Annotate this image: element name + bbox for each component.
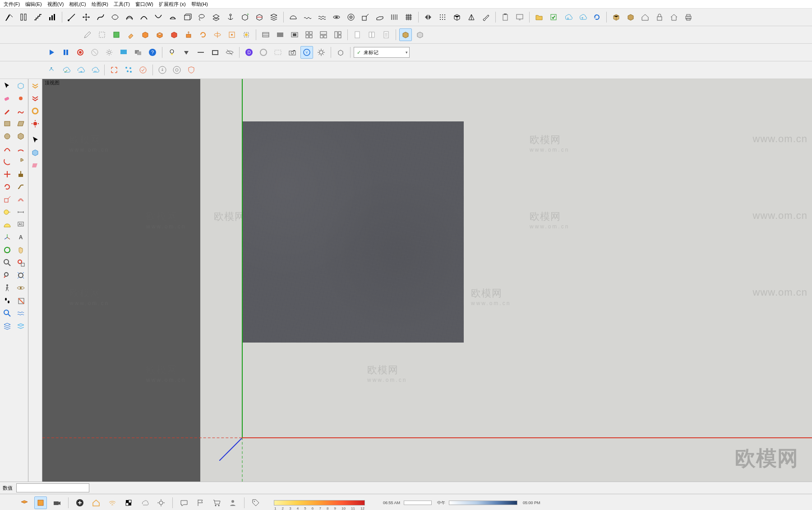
clipboard-icon[interactable] — [499, 11, 512, 23]
package-icon[interactable] — [610, 11, 623, 23]
arc3-red-icon[interactable] — [1, 156, 14, 167]
cloud-down-icon[interactable] — [562, 11, 574, 23]
waves-blue-icon[interactable] — [14, 307, 27, 319]
measurements-input[interactable] — [16, 483, 89, 492]
package2-icon[interactable] — [624, 11, 637, 23]
pan-hand-icon[interactable] — [14, 244, 27, 256]
record-icon[interactable] — [74, 46, 87, 59]
menu-tools[interactable]: 工具(T) — [113, 0, 131, 8]
stairs-icon[interactable] — [32, 11, 44, 23]
arrow-cursor-icon[interactable] — [29, 134, 42, 146]
target-icon[interactable] — [345, 11, 357, 23]
pie-icon[interactable] — [14, 156, 27, 167]
cube-small-icon[interactable] — [334, 46, 347, 59]
column-icon[interactable] — [17, 11, 30, 23]
tray-user-icon[interactable] — [226, 496, 239, 509]
pushpull-brown-icon[interactable] — [14, 168, 27, 180]
sync-y-icon[interactable]: Y — [300, 46, 313, 59]
select-arrow-icon[interactable] — [1, 80, 14, 92]
zoom-prev-icon[interactable] — [1, 269, 14, 281]
film1-icon[interactable] — [259, 28, 272, 41]
dome-icon[interactable] — [287, 11, 300, 23]
axes-icon[interactable] — [1, 232, 14, 243]
arc-red-icon[interactable] — [1, 143, 14, 155]
bars-icon[interactable] — [46, 11, 59, 23]
dim-tool-icon[interactable] — [14, 206, 27, 218]
cloud-arrow-icon[interactable] — [74, 64, 87, 76]
rect-outline-icon[interactable] — [209, 46, 221, 59]
scatter-icon[interactable] — [122, 64, 135, 76]
time-slider[interactable] — [404, 501, 432, 505]
zoom-box-icon[interactable] — [14, 257, 27, 269]
d5-icon[interactable]: D — [243, 46, 255, 59]
frame-green-icon[interactable] — [110, 28, 123, 41]
tray-camera-icon[interactable] — [51, 496, 63, 509]
tape-icon[interactable] — [1, 206, 14, 218]
grid-mesh-icon[interactable] — [402, 11, 415, 23]
gear-small-icon[interactable] — [103, 46, 115, 59]
page-icon[interactable] — [351, 28, 364, 41]
viewport[interactable]: 顶视图 欧模网www.om.cn 欧模网www.om.cn 欧模网www.om.… — [42, 79, 812, 482]
slab-icon[interactable] — [374, 11, 386, 23]
wave-icon[interactable] — [301, 11, 314, 23]
stop-disable-icon[interactable] — [88, 46, 101, 59]
cube-cut-icon[interactable] — [253, 11, 266, 23]
chevrons-down-icon[interactable] — [29, 80, 42, 92]
curve-ribbon-icon[interactable] — [123, 11, 136, 23]
box-open-icon[interactable] — [153, 28, 166, 41]
monitor-icon[interactable] — [513, 11, 526, 23]
wave-double-icon[interactable] — [316, 11, 328, 23]
tray-layers-icon[interactable] — [18, 496, 31, 509]
tag-dropdown[interactable]: ✓ 未标记 — [354, 47, 410, 58]
refresh-blue-icon[interactable] — [591, 11, 603, 23]
gear-outline-icon[interactable] — [315, 46, 328, 59]
screen-icon[interactable] — [117, 46, 130, 59]
download-circle-icon[interactable] — [156, 64, 169, 76]
menu-camera[interactable]: 相机(C) — [68, 0, 87, 8]
3dtext-icon[interactable]: A — [14, 232, 27, 243]
arc-small-icon[interactable] — [166, 11, 179, 23]
picture-dash-icon[interactable] — [272, 46, 284, 59]
orbit-green-icon[interactable] — [1, 244, 14, 256]
search-blue-icon[interactable] — [1, 307, 14, 319]
disc-icon[interactable] — [330, 11, 343, 23]
walk-icon[interactable] — [1, 282, 14, 294]
menu-view[interactable]: 视图(V) — [46, 0, 65, 8]
menu-help[interactable]: 帮助(H) — [190, 0, 209, 8]
save-mark-icon[interactable] — [547, 11, 560, 23]
cloud-check-icon[interactable] — [60, 64, 72, 76]
time-slider-2[interactable] — [449, 501, 517, 505]
pink-shape-icon[interactable] — [29, 159, 42, 171]
gear-orange-icon[interactable] — [14, 93, 27, 104]
tray-layers2-icon[interactable] — [34, 496, 47, 509]
pause-icon[interactable] — [60, 46, 72, 59]
layers-blue2-icon[interactable] — [14, 320, 27, 332]
parallelogram-icon[interactable] — [14, 118, 27, 130]
arc2-red-icon[interactable] — [14, 143, 27, 155]
hexagon-icon[interactable] — [14, 130, 27, 142]
camera-icon[interactable] — [286, 46, 299, 59]
tray-wifi-icon[interactable] — [106, 496, 119, 509]
frame-focus-icon[interactable] — [108, 64, 120, 76]
gear-red-icon[interactable] — [29, 118, 42, 130]
tri-down-icon[interactable] — [180, 46, 193, 59]
tray-tag-icon[interactable] — [249, 496, 262, 509]
curve-red-icon[interactable] — [14, 105, 27, 117]
anchor-icon[interactable] — [224, 11, 237, 23]
eraser-icon[interactable] — [125, 28, 137, 41]
cloud-minus-icon[interactable] — [88, 64, 101, 76]
play-icon[interactable] — [45, 46, 58, 59]
text-tool-icon[interactable]: A1 — [14, 219, 27, 231]
tray-gear-icon[interactable] — [155, 496, 167, 509]
layers-blue-icon[interactable] — [1, 320, 14, 332]
home-outline-icon[interactable] — [668, 11, 680, 23]
zoom-icon[interactable] — [1, 257, 14, 269]
menu-draw[interactable]: 绘图(R) — [91, 0, 109, 8]
screens-icon[interactable] — [132, 46, 144, 59]
columns-icon[interactable] — [388, 11, 401, 23]
layer-down-icon[interactable] — [210, 11, 222, 23]
printer-icon[interactable] — [682, 11, 695, 23]
box-orange-icon[interactable] — [139, 28, 152, 41]
home-icon[interactable] — [639, 11, 651, 23]
rotate-red-icon[interactable] — [1, 181, 14, 193]
